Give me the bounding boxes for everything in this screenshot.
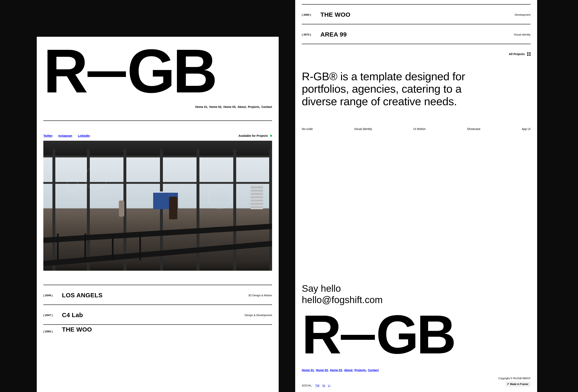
- logo-gb: GB: [127, 43, 215, 99]
- project-row[interactable]: ( 2065 ) THE WOO: [43, 324, 272, 333]
- brand-logo: R GB: [43, 43, 272, 99]
- about-text: R-GB® is a template designed for portfol…: [302, 70, 471, 107]
- project-end-divider: [302, 44, 530, 44]
- nav-projects[interactable]: Projects,: [248, 105, 260, 109]
- all-projects-link[interactable]: All Projects: [302, 52, 530, 56]
- social-instagram[interactable]: Instagram: [58, 134, 72, 137]
- logo-gb: GB: [376, 309, 454, 360]
- expand-icon: [527, 52, 530, 56]
- project-title: C4 Lab: [62, 311, 83, 319]
- footer-social-li[interactable]: LI: [328, 384, 330, 387]
- nav-home-01[interactable]: Home 01,: [302, 368, 315, 372]
- social-twitter[interactable]: Twitter: [43, 134, 53, 137]
- contact-block: Say hello hello@fogshift.com: [302, 252, 530, 305]
- nav-home-01[interactable]: Home 01,: [195, 105, 208, 109]
- contact-heading: Say hello: [302, 283, 530, 294]
- availability-text: Available for Projects: [239, 134, 268, 137]
- tag-visual-identity: Visual Identity: [354, 127, 372, 131]
- primary-nav: Home 01, Home 02, Home 03, About, Projec…: [43, 105, 272, 109]
- project-tag: Design & Development: [245, 314, 272, 317]
- project-title: LOS ANGELS: [62, 292, 103, 299]
- project-tag: Development: [515, 13, 530, 16]
- availability-badge: Available for Projects: [239, 134, 272, 137]
- copyright-text: Copyright © RU/GB MMXX: [498, 376, 530, 381]
- capability-tags: No-code Visual Identity UI Motion Showca…: [302, 127, 530, 131]
- social-linkedin[interactable]: LinkedIn: [78, 134, 90, 137]
- nav-home-03[interactable]: Home 03,: [223, 105, 236, 109]
- page-right: ( 2065 ) THE WOO Development ( 2074 ) AR…: [295, 0, 537, 392]
- hero-image: [43, 141, 272, 271]
- logo-r: R: [43, 43, 86, 99]
- logo-dash: [341, 335, 375, 340]
- header-divider: [43, 121, 272, 121]
- project-row[interactable]: ( 2065 ) THE WOO Development: [302, 4, 530, 24]
- footer-socials: SOCIAL: TW IG LI: [302, 384, 330, 387]
- project-row[interactable]: ( 2047 ) C4 Lab Design & Development: [43, 305, 272, 324]
- social-availability-row: Twitter Instagram LinkedIn Available for…: [43, 134, 272, 137]
- social-label: SOCIAL:: [302, 384, 312, 387]
- project-row[interactable]: ( 2074 ) AREA 99 Visual Identity: [302, 24, 530, 44]
- footer-social-ig[interactable]: IG: [322, 384, 325, 387]
- framer-badge[interactable]: F Made in Framer: [505, 382, 530, 387]
- logo-r: R: [302, 309, 339, 360]
- nav-home-02[interactable]: Home 02,: [316, 368, 329, 372]
- framer-icon: F: [507, 382, 509, 386]
- tag-showcase: Showcase: [467, 127, 480, 131]
- project-title: THE WOO: [320, 11, 350, 18]
- footer-nav: Home 01, Home 02, Home 03, About, Projec…: [302, 368, 530, 372]
- framer-label: Made in Framer: [510, 382, 529, 386]
- nav-contact[interactable]: Contact: [261, 105, 272, 109]
- nav-about[interactable]: About,: [344, 368, 353, 372]
- tag-nocode: No-code: [302, 127, 313, 131]
- all-projects-label: All Projects: [509, 52, 525, 56]
- project-code: ( 2065 ): [302, 13, 320, 16]
- project-code: ( 2049 ): [43, 294, 62, 297]
- project-title: AREA 99: [320, 31, 347, 38]
- nav-contact[interactable]: Contact: [368, 368, 379, 372]
- project-tag: 3D Design & Motion: [248, 294, 272, 297]
- status-dot-icon: [270, 135, 272, 137]
- project-code: ( 2047 ): [43, 314, 62, 317]
- tag-app-ui: App UI: [522, 127, 530, 131]
- nav-home-03[interactable]: Home 03,: [330, 368, 343, 372]
- footer-bottom: SOCIAL: TW IG LI Copyright © RU/GB MMXX …: [302, 376, 530, 392]
- nav-projects[interactable]: Projects,: [354, 368, 367, 372]
- page-left: R GB Home 01, Home 02, Home 03, About, P…: [37, 37, 279, 392]
- project-title: THE WOO: [62, 326, 92, 333]
- logo-dash: [88, 71, 126, 77]
- nav-home-02[interactable]: Home 02,: [209, 105, 222, 109]
- nav-about[interactable]: About,: [237, 105, 246, 109]
- brand-logo-footer: R GB: [302, 309, 530, 360]
- project-row[interactable]: ( 2049 ) LOS ANGELS 3D Design & Motion: [43, 285, 272, 305]
- project-tag: Visual Identity: [514, 33, 530, 36]
- footer-meta: Copyright © RU/GB MMXX F Made in Framer: [498, 376, 530, 387]
- project-code: ( 2065 ): [43, 330, 62, 333]
- project-code: ( 2074 ): [302, 33, 320, 36]
- tag-ui-motion: UI Motion: [413, 127, 426, 131]
- footer-social-tw[interactable]: TW: [315, 384, 319, 387]
